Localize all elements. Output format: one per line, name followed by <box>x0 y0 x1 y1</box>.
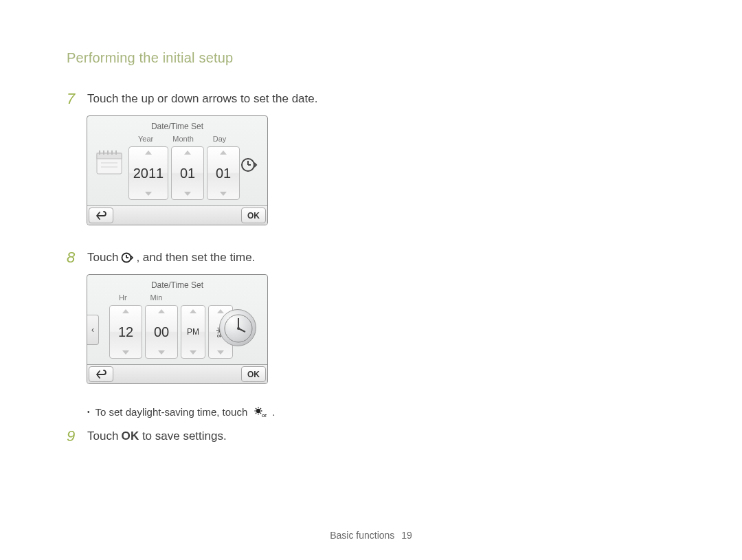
step-number: 9 <box>67 427 87 445</box>
device-header: Date/Time Set <box>87 122 267 131</box>
step-text-post: to save settings. <box>142 429 227 444</box>
dst-note-post: . <box>272 406 275 418</box>
svg-line-35 <box>260 412 261 413</box>
device-buttonbar: OK <box>87 364 267 383</box>
ok-glyph: OK <box>121 429 139 444</box>
dst-note: • To set daylight-saving time, touch OFF… <box>87 406 275 418</box>
month-spinner[interactable]: 01 <box>171 146 204 200</box>
hour-value: 12 <box>118 324 133 340</box>
device-header: Date/Time Set <box>87 280 267 290</box>
back-button[interactable] <box>89 366 113 382</box>
svg-line-36 <box>260 408 261 409</box>
step-text-pre: Touch <box>87 429 118 444</box>
minute-spinner[interactable]: 00 <box>145 305 178 359</box>
dst-toggle-icon: OFF <box>253 407 267 418</box>
step-number: 8 <box>67 249 87 267</box>
day-spinner[interactable]: 01 <box>207 146 240 200</box>
footer-section: Basic functions <box>330 530 394 541</box>
step-text: Touch , and then set the time. <box>87 250 255 265</box>
ok-label: OK <box>247 211 260 221</box>
month-value: 01 <box>180 166 195 181</box>
ampm-spinner[interactable]: PM <box>181 305 205 359</box>
step-7: 7 Touch the up or down arrows to set the… <box>67 91 317 108</box>
hour-spinner[interactable]: 12 <box>109 305 142 359</box>
day-value: 01 <box>216 166 231 181</box>
svg-rect-1 <box>97 153 122 159</box>
label-year: Year <box>138 135 153 143</box>
time-column-labels: Hr Min <box>119 293 162 302</box>
year-value: 2011 <box>133 166 164 181</box>
ok-button[interactable]: OK <box>241 208 266 223</box>
switch-to-time-icon[interactable] <box>240 156 258 174</box>
device-buttonbar: OK <box>87 205 267 225</box>
svg-line-34 <box>256 408 256 409</box>
back-icon <box>95 211 106 221</box>
minute-value: 00 <box>154 324 169 340</box>
page-footer: Basic functions 19 <box>0 530 742 541</box>
step-text-pre: Touch <box>87 250 118 265</box>
step-text: Touch the up or down arrows to set the d… <box>87 91 317 107</box>
year-spinner[interactable]: 2011 <box>128 146 168 200</box>
step-number: 7 <box>67 90 87 108</box>
svg-line-20 <box>218 328 218 328</box>
clock-forward-icon <box>121 251 133 264</box>
footer-page-number: 19 <box>401 530 412 541</box>
ampm-value: PM <box>187 327 199 337</box>
back-icon <box>95 370 106 379</box>
step-8: 8 Touch , and then set the time. <box>67 250 255 267</box>
svg-line-37 <box>256 412 256 413</box>
svg-line-23 <box>218 333 218 333</box>
device-screenshot-date: Date/Time Set Year Month Day 2011 01 01 <box>87 115 268 225</box>
step-9: 9 Touch OK to save settings. <box>67 429 227 445</box>
label-month: Month <box>172 135 194 143</box>
svg-point-29 <box>256 408 260 412</box>
calendar-icon <box>95 146 126 179</box>
dst-note-pre: To set daylight-saving time, touch <box>95 406 248 418</box>
step-text-post: , and then set the time. <box>136 250 255 265</box>
svg-text:OFF: OFF <box>262 414 267 418</box>
bullet-dot: • <box>87 409 90 416</box>
date-column-labels: Year Month Day <box>138 135 226 143</box>
label-day: Day <box>213 135 227 143</box>
label-hr: Hr <box>119 293 127 302</box>
label-min: Min <box>150 293 163 302</box>
ok-label: OK <box>247 370 260 379</box>
date-spinners: 2011 01 01 <box>128 146 240 200</box>
ok-button[interactable]: OK <box>241 366 266 382</box>
switch-to-date-tab[interactable]: ‹ <box>87 315 99 345</box>
svg-point-28 <box>237 327 240 330</box>
time-spinners: 12 00 PM <box>109 305 233 359</box>
page-title: Performing the initial setup <box>67 50 233 66</box>
analog-clock-icon <box>219 309 256 346</box>
step-text: Touch OK to save settings. <box>87 429 227 444</box>
back-button[interactable] <box>89 208 113 223</box>
device-screenshot-time: Date/Time Set Hr Min ‹ 12 00 PM <box>87 274 268 384</box>
